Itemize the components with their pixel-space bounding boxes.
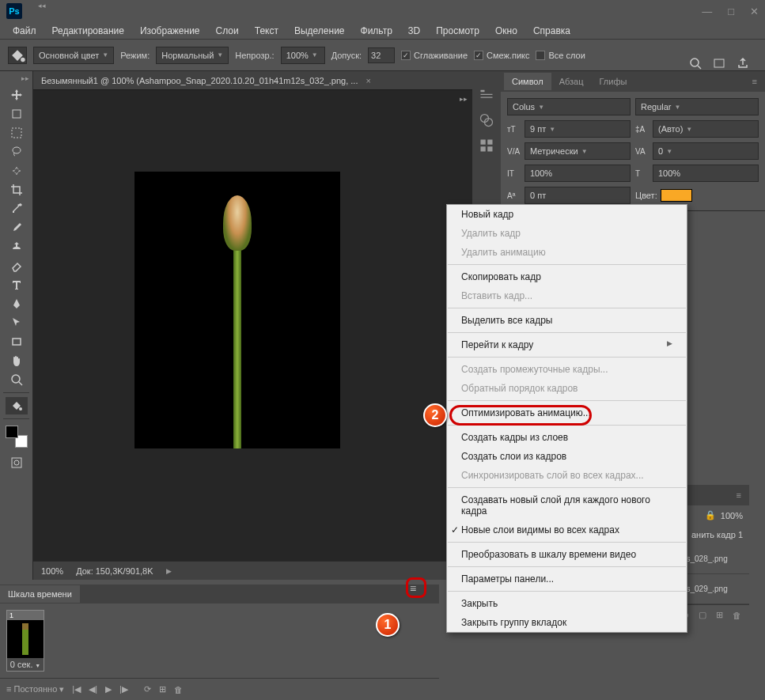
tab-glyphs[interactable]: Глифы [592, 73, 635, 90]
loop-select[interactable]: ≡ Постоянно ▾ [6, 684, 64, 694]
menu-3d[interactable]: 3D [402, 23, 426, 39]
ctx-item[interactable]: Перейти к кадру [447, 335, 687, 354]
bucket-tool-icon[interactable] [8, 47, 27, 64]
document-tab[interactable]: Безымянный1 @ 100% (Ashampoo_Snap_2020.1… [33, 71, 472, 90]
delete-frame-icon[interactable]: 🗑 [174, 685, 183, 694]
ctx-item[interactable]: Новый кадр [447, 205, 687, 224]
new-layer-icon[interactable]: ⊞ [716, 610, 723, 620]
zoom-level[interactable]: 100% [41, 566, 63, 576]
search-icon[interactable] [689, 57, 702, 71]
play-icon[interactable]: ▶ [105, 684, 112, 694]
crop-tool[interactable] [6, 181, 28, 199]
prev-frame-icon[interactable]: ◀| [89, 684, 97, 694]
all-layers-checkbox[interactable]: Все слои [536, 51, 585, 60]
type-tool[interactable] [6, 276, 28, 293]
mode-label: Режим: [120, 51, 150, 60]
minimize-button[interactable]: ― [702, 6, 712, 17]
ctx-item[interactable]: Создать слои из кадров [447, 447, 687, 466]
ctx-item[interactable]: Закрыть группу вкладок [447, 613, 687, 632]
tracking-input[interactable]: 0▼ [653, 142, 759, 160]
delete-layer-icon[interactable]: 🗑 [733, 611, 741, 620]
rectangle-tool[interactable] [6, 333, 28, 350]
ctx-item[interactable]: Создать кадры из слоев [447, 428, 687, 447]
antialias-checkbox[interactable]: ✓Сглаживание [401, 51, 468, 60]
ctx-item[interactable]: Новые слои видимы во всех кадрах [447, 520, 687, 539]
layers-panel-menu-icon[interactable]: ≡ [732, 490, 746, 500]
next-frame-icon[interactable]: |▶ [119, 684, 128, 694]
quickmask-icon[interactable] [6, 454, 28, 471]
eraser-tool[interactable] [6, 257, 28, 274]
baseline-input[interactable]: 0 пт [525, 187, 631, 204]
ctx-item[interactable]: Создавать новый слой для каждого нового … [447, 490, 687, 520]
ctx-item[interactable]: Скопировать кадр [447, 267, 687, 286]
marquee-tool[interactable] [6, 124, 28, 142]
opacity-value[interactable]: 100% [721, 511, 743, 520]
color-icon[interactable] [479, 112, 494, 128]
ctx-item: Удалить анимацию [447, 243, 687, 262]
pen-tool[interactable] [6, 295, 28, 312]
menu-просмотр[interactable]: Просмотр [430, 23, 486, 39]
kerning-select[interactable]: Метрически▼ [525, 142, 631, 160]
menu-выделение[interactable]: Выделение [288, 23, 351, 39]
panel-menu-icon[interactable]: ≡ [748, 77, 762, 86]
menu-файл[interactable]: Файл [6, 23, 43, 39]
font-style-select[interactable]: Regular▼ [635, 98, 759, 115]
zoom-tool[interactable] [6, 371, 28, 388]
font-size-input[interactable]: 9 пт▼ [525, 120, 631, 138]
frame-thumbnail[interactable]: 1 0 сек. ▼ [6, 610, 44, 672]
ctx-item[interactable]: Выделить все кадры [447, 311, 687, 330]
tween-icon[interactable]: ⟳ [144, 684, 151, 694]
share-icon[interactable] [737, 57, 749, 71]
vscale-input[interactable]: 100% [525, 165, 631, 182]
menu-слои[interactable]: Слои [210, 23, 245, 39]
opacity-input[interactable]: 100%▼ [281, 47, 325, 64]
fill-source-select[interactable]: Основной цвет▼ [33, 47, 114, 64]
tab-character[interactable]: Символ [504, 73, 551, 90]
menu-текст[interactable]: Текст [248, 23, 285, 39]
lock-icon[interactable]: 🔒 [705, 510, 716, 520]
menu-фильтр[interactable]: Фильтр [354, 23, 399, 39]
tolerance-input[interactable] [368, 47, 395, 63]
menu-редактирование[interactable]: Редактирование [46, 23, 131, 39]
ctx-item[interactable]: Преобразовать в шкалу времени видео [447, 545, 687, 564]
ctx-item[interactable]: Закрыть [447, 594, 687, 613]
tab-close-icon[interactable]: × [365, 76, 370, 85]
path-select-tool[interactable] [6, 314, 28, 331]
tab-timeline[interactable]: Шкала времени [0, 585, 80, 603]
svg-rect-14 [481, 90, 485, 93]
paragraph-styles-icon[interactable] [479, 87, 494, 103]
eyedropper-tool[interactable] [6, 200, 28, 218]
bucket-tool[interactable] [6, 397, 28, 414]
workspace-icon[interactable] [713, 57, 725, 71]
move-tool[interactable] [6, 86, 28, 104]
menu-окно[interactable]: Окно [489, 23, 524, 39]
first-frame-icon[interactable]: |◀ [72, 684, 81, 694]
frame-duration[interactable]: 0 сек. ▼ [7, 658, 44, 671]
color-swatches[interactable] [6, 426, 28, 448]
ctx-item[interactable]: Параметры панели... [447, 569, 687, 588]
maximize-button[interactable]: □ [728, 6, 734, 17]
layer-group-icon[interactable]: ▢ [699, 610, 706, 620]
leading-input[interactable]: (Авто)▼ [653, 120, 759, 138]
menu-справка[interactable]: Справка [527, 23, 577, 39]
brush-tool[interactable] [6, 219, 28, 236]
blend-mode-select[interactable]: Нормальный▼ [156, 47, 229, 64]
duplicate-frame-icon[interactable]: ⊞ [159, 684, 166, 694]
close-button[interactable]: ✕ [750, 6, 759, 17]
contiguous-checkbox[interactable]: ✓Смеж.пикс [474, 51, 529, 60]
vscale-icon: IT [507, 169, 521, 178]
lasso-tool[interactable] [6, 143, 28, 161]
artboard-tool[interactable] [6, 105, 28, 123]
ctx-item[interactable]: Оптимизировать анимацию... [447, 403, 687, 422]
swatches-icon[interactable] [479, 138, 494, 153]
text-color-swatch[interactable] [661, 189, 692, 202]
tab-paragraph[interactable]: Абзац [551, 73, 592, 90]
font-family-select[interactable]: Colus▼ [507, 98, 631, 115]
hscale-input[interactable]: 100% [653, 165, 759, 182]
clone-stamp-tool[interactable] [6, 238, 28, 255]
menu-изображение[interactable]: Изображение [134, 23, 206, 39]
canvas[interactable]: ▸▸ [33, 90, 472, 561]
svg-point-11 [19, 407, 22, 411]
quick-select-tool[interactable] [6, 162, 28, 180]
hand-tool[interactable] [6, 352, 28, 369]
